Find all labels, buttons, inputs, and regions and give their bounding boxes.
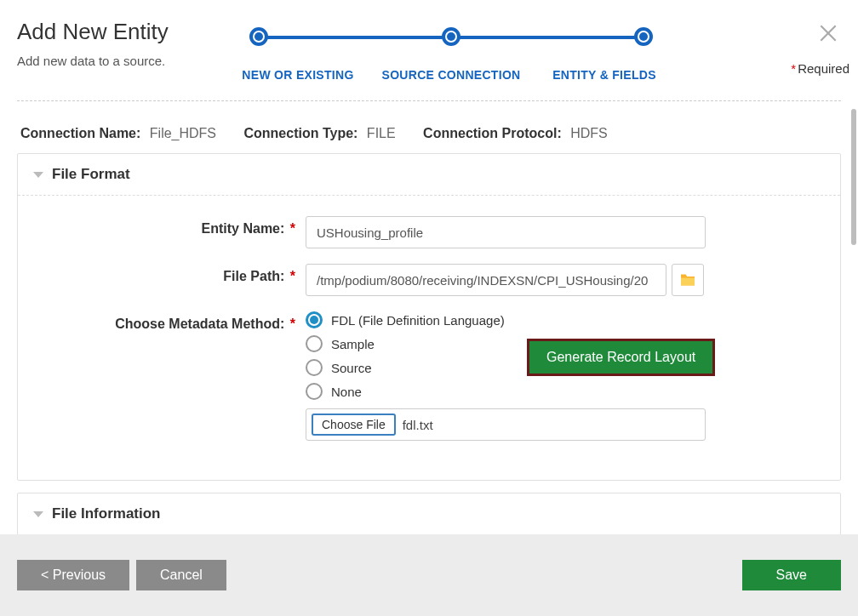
file-information-title: File Information bbox=[52, 505, 161, 522]
radio-none-label: None bbox=[331, 385, 362, 399]
file-format-panel: File Format Entity Name: * File Path: * bbox=[17, 153, 841, 481]
file-information-header[interactable]: File Information bbox=[18, 493, 840, 534]
wizard-stepper: NEW OR EXISTING SOURCE CONNECTION ENTITY… bbox=[221, 24, 681, 82]
generate-record-layout-button[interactable]: Generate Record Layout bbox=[527, 339, 715, 376]
radio-fdl[interactable]: FDL (File Definition Language) bbox=[306, 311, 825, 328]
connection-summary: Connection Name: File_HDFS Connection Ty… bbox=[17, 111, 841, 153]
radio-fdl-label: FDL (File Definition Language) bbox=[331, 313, 505, 328]
file-path-input[interactable] bbox=[306, 264, 666, 296]
connection-type-value: FILE bbox=[367, 126, 396, 140]
entity-name-input[interactable] bbox=[306, 216, 706, 248]
step-label-1[interactable]: NEW OR EXISTING bbox=[221, 68, 375, 82]
connection-type-label: Connection Type: bbox=[243, 126, 358, 140]
connection-name-value: File_HDFS bbox=[150, 126, 216, 140]
save-button[interactable]: Save bbox=[742, 560, 841, 590]
scrollbar[interactable] bbox=[851, 109, 856, 245]
choose-file-button[interactable]: Choose File bbox=[312, 414, 396, 436]
entity-name-label: Entity Name: * bbox=[33, 216, 306, 237]
metadata-method-label: Choose Metadata Method: * bbox=[33, 311, 306, 332]
radio-source-label: Source bbox=[331, 361, 372, 375]
radio-none[interactable]: None bbox=[306, 383, 825, 400]
radio-sample-label: Sample bbox=[331, 337, 375, 351]
chosen-file-name: fdl.txt bbox=[403, 418, 433, 432]
chevron-down-icon bbox=[33, 172, 43, 178]
previous-button[interactable]: < Previous bbox=[17, 560, 129, 590]
step-dot-2[interactable] bbox=[442, 27, 460, 46]
step-dot-1[interactable] bbox=[249, 27, 268, 46]
required-indicator: *Required bbox=[791, 61, 849, 76]
connection-protocol-label: Connection Protocol: bbox=[423, 126, 562, 140]
footer-bar: < Previous Cancel Save bbox=[0, 534, 858, 616]
close-icon[interactable] bbox=[817, 22, 839, 47]
file-path-label: File Path: * bbox=[33, 264, 306, 284]
file-information-panel: File Information bbox=[17, 493, 841, 534]
file-format-header[interactable]: File Format bbox=[18, 154, 840, 196]
divider bbox=[17, 100, 841, 101]
connection-name-label: Connection Name: bbox=[20, 126, 140, 140]
step-dot-3[interactable] bbox=[634, 27, 653, 46]
browse-folder-button[interactable] bbox=[672, 264, 704, 296]
connection-protocol-value: HDFS bbox=[570, 126, 608, 140]
chevron-down-icon bbox=[33, 511, 43, 517]
step-label-3[interactable]: ENTITY & FIELDS bbox=[528, 68, 681, 82]
step-label-2[interactable]: SOURCE CONNECTION bbox=[375, 68, 528, 82]
cancel-button[interactable]: Cancel bbox=[136, 560, 226, 590]
file-format-title: File Format bbox=[52, 166, 130, 183]
folder-icon bbox=[679, 273, 696, 287]
